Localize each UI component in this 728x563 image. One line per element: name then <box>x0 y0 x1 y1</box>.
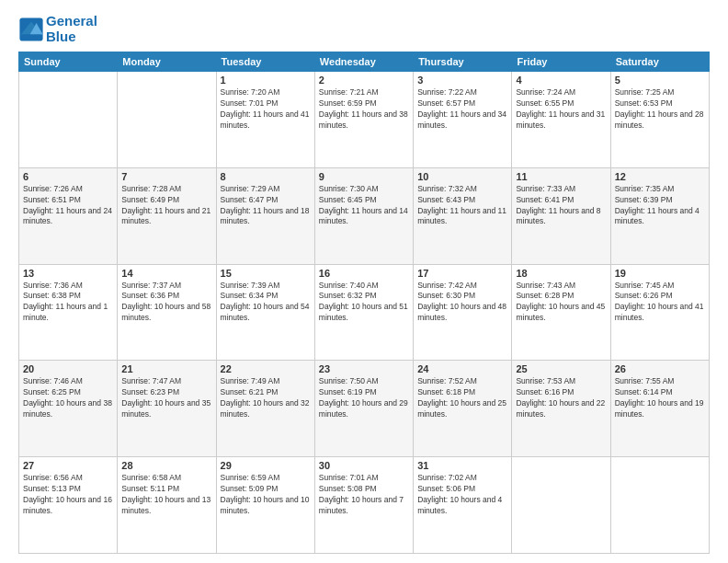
calendar-header-tuesday: Tuesday <box>216 52 314 72</box>
day-info: Sunrise: 7:32 AM Sunset: 6:43 PM Dayligh… <box>417 184 507 228</box>
day-info: Sunrise: 7:01 AM Sunset: 5:08 PM Dayligh… <box>319 473 409 517</box>
day-number: 20 <box>23 363 113 374</box>
day-info: Sunrise: 7:46 AM Sunset: 6:25 PM Dayligh… <box>23 376 113 420</box>
calendar-cell: 30Sunrise: 7:01 AM Sunset: 5:08 PM Dayli… <box>314 457 413 554</box>
day-number: 9 <box>319 171 409 182</box>
calendar-header-thursday: Thursday <box>414 52 512 72</box>
calendar-cell: 3Sunrise: 7:22 AM Sunset: 6:57 PM Daylig… <box>414 72 512 168</box>
calendar-cell: 1Sunrise: 7:20 AM Sunset: 7:01 PM Daylig… <box>216 72 314 168</box>
calendar-cell: 9Sunrise: 7:30 AM Sunset: 6:45 PM Daylig… <box>314 167 413 264</box>
day-info: Sunrise: 7:50 AM Sunset: 6:19 PM Dayligh… <box>319 376 409 420</box>
day-number: 15 <box>221 268 311 279</box>
day-number: 6 <box>23 171 113 182</box>
calendar-cell: 26Sunrise: 7:55 AM Sunset: 6:14 PM Dayli… <box>610 361 709 457</box>
day-number: 23 <box>319 363 409 374</box>
calendar-cell: 7Sunrise: 7:28 AM Sunset: 6:49 PM Daylig… <box>118 167 216 264</box>
day-info: Sunrise: 7:43 AM Sunset: 6:28 PM Dayligh… <box>516 281 606 325</box>
day-number: 29 <box>221 460 311 471</box>
day-info: Sunrise: 7:42 AM Sunset: 6:30 PM Dayligh… <box>417 281 507 325</box>
day-number: 25 <box>516 363 606 374</box>
calendar-cell <box>118 72 216 168</box>
day-info: Sunrise: 6:56 AM Sunset: 5:13 PM Dayligh… <box>23 473 113 517</box>
logo-icon <box>18 17 44 42</box>
day-number: 16 <box>319 268 409 279</box>
day-info: Sunrise: 7:20 AM Sunset: 7:01 PM Dayligh… <box>221 87 311 132</box>
calendar-week-2: 6Sunrise: 7:26 AM Sunset: 6:51 PM Daylig… <box>19 167 710 264</box>
day-info: Sunrise: 7:52 AM Sunset: 6:18 PM Dayligh… <box>417 376 507 420</box>
calendar-cell: 16Sunrise: 7:40 AM Sunset: 6:32 PM Dayli… <box>314 264 413 361</box>
calendar-cell: 28Sunrise: 6:58 AM Sunset: 5:11 PM Dayli… <box>118 457 216 554</box>
day-info: Sunrise: 6:59 AM Sunset: 5:09 PM Dayligh… <box>221 473 311 517</box>
day-info: Sunrise: 7:24 AM Sunset: 6:55 PM Dayligh… <box>516 87 606 132</box>
day-info: Sunrise: 7:22 AM Sunset: 6:57 PM Dayligh… <box>417 87 507 132</box>
day-number: 7 <box>121 171 211 182</box>
calendar-header-monday: Monday <box>118 52 216 72</box>
day-number: 4 <box>516 75 606 86</box>
svg-rect-3 <box>22 34 41 38</box>
calendar-cell: 27Sunrise: 6:56 AM Sunset: 5:13 PM Dayli… <box>19 457 118 554</box>
day-number: 22 <box>221 363 311 374</box>
calendar-header-friday: Friday <box>512 52 610 72</box>
calendar-cell: 19Sunrise: 7:45 AM Sunset: 6:26 PM Dayli… <box>610 264 709 361</box>
day-info: Sunrise: 7:45 AM Sunset: 6:26 PM Dayligh… <box>615 281 705 325</box>
calendar-cell: 8Sunrise: 7:29 AM Sunset: 6:47 PM Daylig… <box>216 167 314 264</box>
day-number: 3 <box>417 75 507 86</box>
calendar-header-sunday: Sunday <box>19 52 118 72</box>
calendar-cell: 24Sunrise: 7:52 AM Sunset: 6:18 PM Dayli… <box>414 361 512 457</box>
day-number: 13 <box>23 268 113 279</box>
day-number: 14 <box>121 268 211 279</box>
calendar-cell: 17Sunrise: 7:42 AM Sunset: 6:30 PM Dayli… <box>414 264 512 361</box>
day-number: 27 <box>23 460 113 471</box>
day-info: Sunrise: 7:30 AM Sunset: 6:45 PM Dayligh… <box>319 184 409 228</box>
day-info: Sunrise: 7:36 AM Sunset: 6:38 PM Dayligh… <box>23 281 113 325</box>
calendar-cell: 11Sunrise: 7:33 AM Sunset: 6:41 PM Dayli… <box>512 167 610 264</box>
calendar-week-5: 27Sunrise: 6:56 AM Sunset: 5:13 PM Dayli… <box>19 457 710 554</box>
calendar-header-saturday: Saturday <box>610 52 709 72</box>
calendar-week-3: 13Sunrise: 7:36 AM Sunset: 6:38 PM Dayli… <box>19 264 710 361</box>
day-info: Sunrise: 7:49 AM Sunset: 6:21 PM Dayligh… <box>221 376 311 420</box>
calendar-cell: 10Sunrise: 7:32 AM Sunset: 6:43 PM Dayli… <box>414 167 512 264</box>
calendar-cell: 6Sunrise: 7:26 AM Sunset: 6:51 PM Daylig… <box>19 167 118 264</box>
day-number: 30 <box>319 460 409 471</box>
day-info: Sunrise: 7:02 AM Sunset: 5:06 PM Dayligh… <box>417 473 507 517</box>
day-info: Sunrise: 7:26 AM Sunset: 6:51 PM Dayligh… <box>23 184 113 228</box>
calendar-week-1: 1Sunrise: 7:20 AM Sunset: 7:01 PM Daylig… <box>19 72 710 168</box>
day-number: 2 <box>319 75 409 86</box>
day-number: 19 <box>615 268 705 279</box>
day-info: Sunrise: 7:33 AM Sunset: 6:41 PM Dayligh… <box>516 184 606 228</box>
day-info: Sunrise: 6:58 AM Sunset: 5:11 PM Dayligh… <box>121 473 211 517</box>
day-number: 10 <box>417 171 507 182</box>
day-number: 11 <box>516 171 606 182</box>
day-number: 18 <box>516 268 606 279</box>
calendar-cell <box>512 457 610 554</box>
calendar-cell: 22Sunrise: 7:49 AM Sunset: 6:21 PM Dayli… <box>216 361 314 457</box>
calendar-header-wednesday: Wednesday <box>314 52 413 72</box>
calendar-cell: 5Sunrise: 7:25 AM Sunset: 6:53 PM Daylig… <box>610 72 709 168</box>
calendar-cell: 12Sunrise: 7:35 AM Sunset: 6:39 PM Dayli… <box>610 167 709 264</box>
calendar-cell <box>610 457 709 554</box>
calendar-cell: 31Sunrise: 7:02 AM Sunset: 5:06 PM Dayli… <box>414 457 512 554</box>
calendar-cell: 29Sunrise: 6:59 AM Sunset: 5:09 PM Dayli… <box>216 457 314 554</box>
day-info: Sunrise: 7:28 AM Sunset: 6:49 PM Dayligh… <box>121 184 211 228</box>
day-number: 12 <box>615 171 705 182</box>
day-info: Sunrise: 7:25 AM Sunset: 6:53 PM Dayligh… <box>615 87 705 132</box>
day-info: Sunrise: 7:35 AM Sunset: 6:39 PM Dayligh… <box>615 184 705 228</box>
calendar-cell: 21Sunrise: 7:47 AM Sunset: 6:23 PM Dayli… <box>118 361 216 457</box>
day-info: Sunrise: 7:47 AM Sunset: 6:23 PM Dayligh… <box>121 376 211 420</box>
day-number: 17 <box>417 268 507 279</box>
calendar-cell: 23Sunrise: 7:50 AM Sunset: 6:19 PM Dayli… <box>314 361 413 457</box>
calendar-cell: 2Sunrise: 7:21 AM Sunset: 6:59 PM Daylig… <box>314 72 413 168</box>
calendar-cell: 14Sunrise: 7:37 AM Sunset: 6:36 PM Dayli… <box>118 264 216 361</box>
calendar-cell: 15Sunrise: 7:39 AM Sunset: 6:34 PM Dayli… <box>216 264 314 361</box>
day-info: Sunrise: 7:37 AM Sunset: 6:36 PM Dayligh… <box>121 281 211 325</box>
day-number: 28 <box>121 460 211 471</box>
day-number: 26 <box>615 363 705 374</box>
logo: General Blue <box>18 14 97 44</box>
day-number: 1 <box>221 75 311 86</box>
day-number: 31 <box>417 460 507 471</box>
page: General Blue SundayMondayTuesdayWednesda… <box>0 0 728 563</box>
day-info: Sunrise: 7:40 AM Sunset: 6:32 PM Dayligh… <box>319 281 409 325</box>
day-info: Sunrise: 7:21 AM Sunset: 6:59 PM Dayligh… <box>319 87 409 132</box>
day-info: Sunrise: 7:53 AM Sunset: 6:16 PM Dayligh… <box>516 376 606 420</box>
day-number: 8 <box>221 171 311 182</box>
